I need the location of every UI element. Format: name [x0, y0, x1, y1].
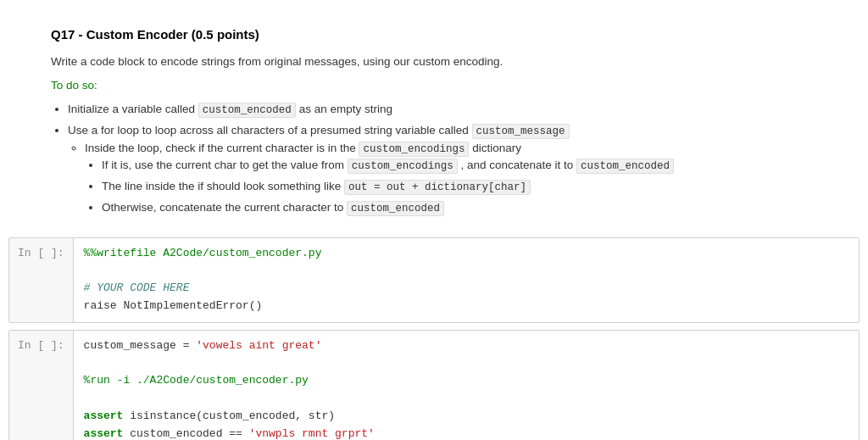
cell-prompt-1: In [ ]: [9, 238, 74, 322]
magic-line: %%writefile A2Code/custom_encoder.py [84, 247, 322, 259]
code-custom-encodings-2: custom_encodings [348, 159, 458, 174]
sub-sub-bullet-3: Otherwise, concatenate the current chara… [102, 199, 851, 217]
sub-sub-list: If it is, use the current char to get th… [102, 157, 851, 216]
markdown-cell: Q17 - Custom Encoder (0.5 points) Write … [0, 17, 868, 231]
code-custom-encoded-2: custom_encoded [576, 159, 674, 174]
code-cell-2[interactable]: In [ ]: custom_message = 'vowels aint gr… [8, 330, 860, 440]
code-custom-encoded-3: custom_encoded [347, 201, 444, 216]
sub-bullet-1: Inside the loop, check if the current ch… [85, 140, 851, 217]
run-line: %run -i ./A2Code/custom_encoder.py [84, 374, 309, 387]
cell-content-1[interactable]: %%writefile A2Code/custom_encoder.py # Y… [74, 238, 859, 322]
todo-label: To do so: [51, 77, 851, 94]
assign-line: custom_message = 'vowels aint great' [84, 339, 322, 352]
code-out-example: out = out + dictionary[char] [344, 180, 531, 195]
code-custom-encoded-1: custom_encoded [198, 103, 296, 118]
assert1-line: assert isinstance(custom_encoded, str) [84, 409, 335, 422]
sub-sub-bullet-1: If it is, use the current char to get th… [102, 157, 851, 175]
description: Write a code block to encode strings fro… [51, 53, 851, 70]
code-cell-1[interactable]: In [ ]: %%writefile A2Code/custom_encode… [8, 237, 860, 323]
cell-prompt-2: In [ ]: [9, 331, 74, 440]
bullet-item-1: Initialize a variable called custom_enco… [68, 101, 851, 119]
code-custom-encodings: custom_encodings [359, 142, 469, 157]
cell-content-2[interactable]: custom_message = 'vowels aint great' %ru… [74, 331, 859, 440]
sub-list-1: Inside the loop, check if the current ch… [85, 140, 851, 217]
comment-line: # YOUR CODE HERE [84, 281, 190, 294]
notebook: Q17 - Custom Encoder (0.5 points) Write … [0, 0, 868, 440]
raise-line: raise NotImplementedError() [84, 299, 263, 312]
question-title: Q17 - Custom Encoder (0.5 points) [51, 25, 851, 45]
bullet-list: Initialize a variable called custom_enco… [68, 101, 851, 217]
assert2-line: assert custom_encoded == 'vnwpls rmnt gr… [84, 427, 375, 440]
code-custom-message: custom_message [472, 124, 570, 139]
bullet-item-2: Use a for loop to loop across all charac… [68, 122, 851, 217]
sub-sub-bullet-2: The line inside the if should look somet… [102, 178, 851, 196]
